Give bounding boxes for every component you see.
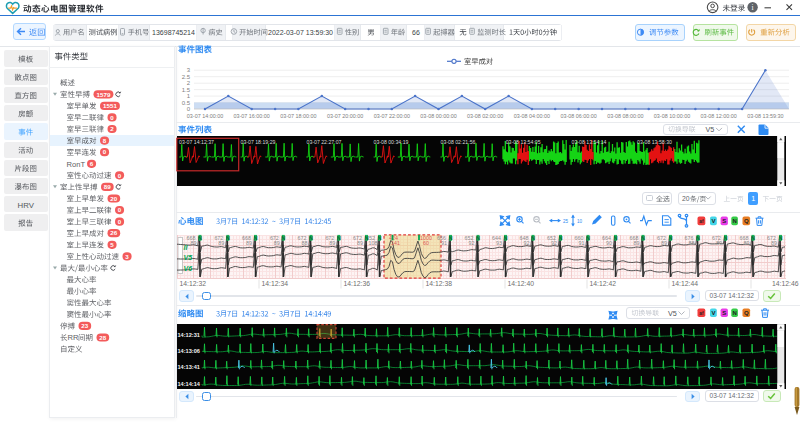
svg-text:28: 28 — [99, 334, 106, 341]
svg-text:1579: 1579 — [97, 91, 111, 98]
svg-text:26: 26 — [110, 229, 117, 236]
svg-text:3: 3 — [125, 253, 129, 260]
svg-text:89: 89 — [104, 183, 111, 190]
svg-text:1551: 1551 — [103, 102, 117, 109]
svg-text:V5: V5 — [668, 309, 677, 318]
svg-text:6: 6 — [90, 160, 94, 167]
svg-text:03-07 14:12:32: 03-07 14:12:32 — [710, 292, 755, 299]
svg-text:5: 5 — [110, 241, 114, 248]
svg-text:0: 0 — [118, 206, 122, 213]
svg-text:RonT: RonT — [67, 160, 86, 169]
svg-text:13698745214: 13698745214 — [152, 29, 195, 36]
svg-text:RR: RR — [68, 333, 79, 342]
svg-text:HRV: HRV — [18, 201, 35, 210]
svg-text:20: 20 — [110, 195, 117, 202]
svg-text:8: 8 — [103, 137, 107, 144]
svg-text:1: 1 — [751, 194, 755, 203]
svg-text:20: 20 — [682, 195, 690, 202]
svg-text:23: 23 — [81, 322, 88, 329]
svg-text:2022-03-07 13:59:30: 2022-03-07 13:59:30 — [268, 29, 333, 36]
svg-text:0: 0 — [110, 114, 114, 121]
svg-text:66: 66 — [412, 29, 420, 36]
svg-text:0: 0 — [118, 172, 122, 179]
svg-text:0: 0 — [103, 148, 107, 155]
svg-text:03-07 14:12:32: 03-07 14:12:32 — [710, 392, 755, 399]
svg-text:0: 0 — [118, 218, 122, 225]
svg-text:V5: V5 — [706, 125, 715, 134]
svg-text:2: 2 — [110, 125, 114, 132]
